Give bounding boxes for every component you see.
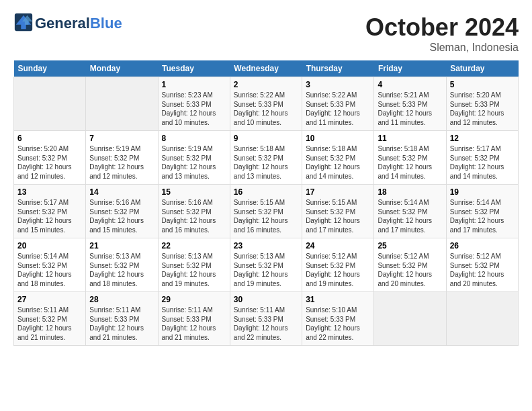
weekday-header-row: SundayMondayTuesdayWednesdayThursdayFrid… — [14, 60, 519, 77]
day-cell — [374, 292, 446, 346]
day-number: 21 — [89, 241, 154, 250]
day-number: 13 — [17, 187, 82, 197]
day-number: 11 — [378, 134, 442, 143]
day-cell: 8Sunrise: 5:19 AMSunset: 5:32 PMDaylight… — [158, 131, 230, 185]
day-info: Sunrise: 5:17 AMSunset: 5:32 PMDaylight:… — [17, 198, 82, 234]
title-block: October 2024 Sleman, Indonesia — [365, 13, 519, 54]
day-number: 6 — [17, 134, 82, 143]
day-info: Sunrise: 5:11 AMSunset: 5:33 PMDaylight:… — [234, 306, 298, 342]
day-cell: 10Sunrise: 5:18 AMSunset: 5:32 PMDayligh… — [302, 131, 374, 185]
day-number: 30 — [234, 295, 298, 304]
day-number: 8 — [162, 134, 226, 143]
day-number: 5 — [450, 80, 515, 89]
day-info: Sunrise: 5:20 AMSunset: 5:32 PMDaylight:… — [17, 144, 82, 181]
day-number: 10 — [306, 134, 370, 143]
day-number: 19 — [450, 187, 515, 197]
day-number: 31 — [306, 295, 370, 304]
day-info: Sunrise: 5:12 AMSunset: 5:32 PMDaylight:… — [306, 252, 370, 288]
day-number: 18 — [378, 187, 442, 197]
logo-icon — [13, 12, 34, 32]
day-cell: 9Sunrise: 5:18 AMSunset: 5:32 PMDaylight… — [230, 131, 302, 185]
day-number: 9 — [234, 134, 298, 143]
day-cell: 25Sunrise: 5:12 AMSunset: 5:32 PMDayligh… — [374, 238, 446, 292]
day-number: 14 — [89, 187, 154, 197]
day-cell: 1Sunrise: 5:23 AMSunset: 5:33 PMDaylight… — [158, 77, 230, 131]
day-cell: 13Sunrise: 5:17 AMSunset: 5:32 PMDayligh… — [14, 185, 86, 238]
day-info: Sunrise: 5:18 AMSunset: 5:32 PMDaylight:… — [234, 144, 298, 181]
day-number: 2 — [234, 80, 298, 89]
day-cell: 30Sunrise: 5:11 AMSunset: 5:33 PMDayligh… — [230, 292, 302, 346]
weekday-wednesday: Wednesday — [230, 60, 302, 77]
day-info: Sunrise: 5:16 AMSunset: 5:32 PMDaylight:… — [89, 198, 154, 234]
weekday-monday: Monday — [86, 60, 158, 77]
day-cell: 5Sunrise: 5:20 AMSunset: 5:33 PMDaylight… — [446, 77, 518, 131]
day-cell: 11Sunrise: 5:18 AMSunset: 5:32 PMDayligh… — [374, 131, 446, 185]
day-number: 7 — [89, 134, 154, 143]
day-info: Sunrise: 5:13 AMSunset: 5:32 PMDaylight:… — [162, 252, 226, 288]
day-number: 29 — [162, 295, 226, 304]
day-cell: 26Sunrise: 5:12 AMSunset: 5:32 PMDayligh… — [446, 238, 518, 292]
day-info: Sunrise: 5:18 AMSunset: 5:32 PMDaylight:… — [378, 144, 442, 181]
day-cell: 3Sunrise: 5:22 AMSunset: 5:33 PMDaylight… — [302, 77, 374, 131]
day-cell — [86, 77, 158, 131]
week-row-5: 27Sunrise: 5:11 AMSunset: 5:32 PMDayligh… — [14, 292, 519, 346]
week-row-2: 6Sunrise: 5:20 AMSunset: 5:32 PMDaylight… — [14, 131, 519, 185]
day-cell: 24Sunrise: 5:12 AMSunset: 5:32 PMDayligh… — [302, 238, 374, 292]
day-cell: 7Sunrise: 5:19 AMSunset: 5:32 PMDaylight… — [86, 131, 158, 185]
day-cell: 28Sunrise: 5:11 AMSunset: 5:33 PMDayligh… — [86, 292, 158, 346]
day-number: 17 — [306, 187, 370, 197]
day-number: 23 — [234, 241, 298, 250]
day-cell: 27Sunrise: 5:11 AMSunset: 5:32 PMDayligh… — [14, 292, 86, 346]
calendar-header: SundayMondayTuesdayWednesdayThursdayFrid… — [14, 60, 519, 77]
day-number: 22 — [162, 241, 226, 250]
day-cell: 12Sunrise: 5:17 AMSunset: 5:32 PMDayligh… — [446, 131, 518, 185]
day-info: Sunrise: 5:13 AMSunset: 5:32 PMDaylight:… — [89, 252, 154, 288]
day-info: Sunrise: 5:11 AMSunset: 5:33 PMDaylight:… — [89, 306, 154, 342]
calendar-table: SundayMondayTuesdayWednesdayThursdayFrid… — [13, 60, 519, 346]
day-cell — [446, 292, 518, 346]
day-number: 15 — [162, 187, 226, 197]
day-info: Sunrise: 5:15 AMSunset: 5:32 PMDaylight:… — [234, 198, 298, 234]
calendar-body: 1Sunrise: 5:23 AMSunset: 5:33 PMDaylight… — [14, 77, 519, 346]
day-info: Sunrise: 5:14 AMSunset: 5:32 PMDaylight:… — [378, 198, 442, 234]
day-number: 20 — [17, 241, 82, 250]
day-info: Sunrise: 5:16 AMSunset: 5:32 PMDaylight:… — [162, 198, 226, 234]
day-number: 24 — [306, 241, 370, 250]
day-cell: 20Sunrise: 5:14 AMSunset: 5:32 PMDayligh… — [14, 238, 86, 292]
day-info: Sunrise: 5:14 AMSunset: 5:32 PMDaylight:… — [450, 198, 515, 234]
day-info: Sunrise: 5:17 AMSunset: 5:32 PMDaylight:… — [450, 144, 515, 181]
day-cell: 29Sunrise: 5:11 AMSunset: 5:33 PMDayligh… — [158, 292, 230, 346]
day-info: Sunrise: 5:12 AMSunset: 5:32 PMDaylight:… — [450, 252, 515, 288]
day-cell: 22Sunrise: 5:13 AMSunset: 5:32 PMDayligh… — [158, 238, 230, 292]
day-info: Sunrise: 5:20 AMSunset: 5:33 PMDaylight:… — [450, 91, 515, 127]
logo-blue: Blue — [90, 15, 122, 32]
day-cell: 2Sunrise: 5:22 AMSunset: 5:33 PMDaylight… — [230, 77, 302, 131]
day-cell: 6Sunrise: 5:20 AMSunset: 5:32 PMDaylight… — [14, 131, 86, 185]
day-number: 12 — [450, 134, 515, 143]
day-cell: 16Sunrise: 5:15 AMSunset: 5:32 PMDayligh… — [230, 185, 302, 238]
day-cell: 15Sunrise: 5:16 AMSunset: 5:32 PMDayligh… — [158, 185, 230, 238]
day-info: Sunrise: 5:11 AMSunset: 5:32 PMDaylight:… — [17, 306, 82, 342]
day-info: Sunrise: 5:15 AMSunset: 5:32 PMDaylight:… — [306, 198, 370, 234]
day-cell — [14, 77, 86, 131]
day-info: Sunrise: 5:14 AMSunset: 5:32 PMDaylight:… — [17, 252, 82, 288]
logo: GeneralBlue — [13, 13, 122, 34]
month-title: October 2024 — [365, 13, 519, 42]
weekday-tuesday: Tuesday — [158, 60, 230, 77]
day-info: Sunrise: 5:22 AMSunset: 5:33 PMDaylight:… — [306, 91, 370, 127]
weekday-saturday: Saturday — [446, 60, 518, 77]
day-cell: 31Sunrise: 5:10 AMSunset: 5:33 PMDayligh… — [302, 292, 374, 346]
day-cell: 14Sunrise: 5:16 AMSunset: 5:32 PMDayligh… — [86, 185, 158, 238]
day-number: 25 — [378, 241, 442, 250]
day-info: Sunrise: 5:19 AMSunset: 5:32 PMDaylight:… — [162, 144, 226, 181]
weekday-sunday: Sunday — [14, 60, 86, 77]
day-cell: 23Sunrise: 5:13 AMSunset: 5:32 PMDayligh… — [230, 238, 302, 292]
day-info: Sunrise: 5:21 AMSunset: 5:33 PMDaylight:… — [378, 91, 442, 127]
day-info: Sunrise: 5:12 AMSunset: 5:32 PMDaylight:… — [378, 252, 442, 288]
week-row-4: 20Sunrise: 5:14 AMSunset: 5:32 PMDayligh… — [14, 238, 519, 292]
day-cell: 18Sunrise: 5:14 AMSunset: 5:32 PMDayligh… — [374, 185, 446, 238]
logo-general: General — [35, 15, 90, 32]
day-info: Sunrise: 5:13 AMSunset: 5:32 PMDaylight:… — [234, 252, 298, 288]
day-info: Sunrise: 5:11 AMSunset: 5:33 PMDaylight:… — [162, 306, 226, 342]
week-row-1: 1Sunrise: 5:23 AMSunset: 5:33 PMDaylight… — [14, 77, 519, 131]
